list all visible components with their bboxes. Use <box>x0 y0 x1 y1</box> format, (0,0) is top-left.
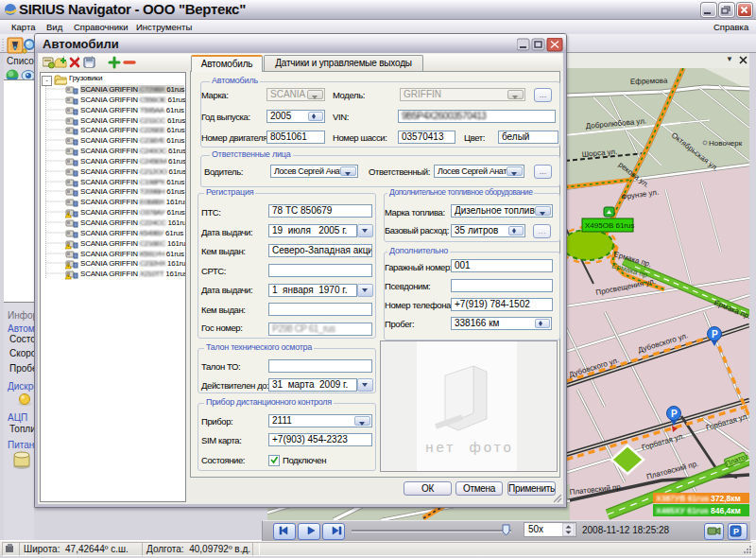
svg-text:P: P <box>733 527 739 536</box>
svg-text:Х465ХУ 61rus: Х465ХУ 61rus <box>656 506 709 515</box>
svg-text:Х387УВ 61rus: Х387УВ 61rus <box>656 494 710 503</box>
svg-text:Ефремова: Ефремова <box>630 77 668 86</box>
svg-text:Новочерк: Новочерк <box>709 139 743 148</box>
svg-text:P: P <box>712 329 718 340</box>
svg-text:P: P <box>671 409 678 419</box>
svg-text:372,8км: 372,8км <box>711 494 741 503</box>
svg-text:Х495ОВ 61rus: Х495ОВ 61rus <box>585 221 634 230</box>
svg-text:846,4км: 846,4км <box>711 506 741 515</box>
